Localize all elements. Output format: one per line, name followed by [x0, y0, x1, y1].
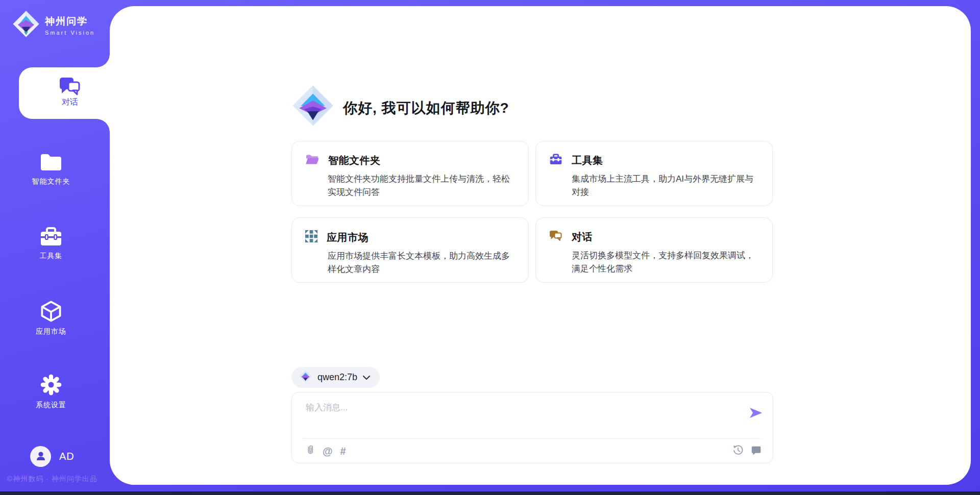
sidebar-item-smart-folder[interactable]: 智能文件夹: [0, 152, 102, 186]
sidebar-item-settings[interactable]: 系统设置: [0, 374, 102, 410]
copyright-text: ©神州数码 · 神州问学出品: [7, 475, 97, 484]
card-description: 智能文件夹功能支持批量文件上传与清洗，轻松实现文件问答: [328, 172, 514, 199]
brand-diamond-logo-icon: [12, 10, 40, 40]
user-name: AD: [59, 451, 75, 462]
card-toolset[interactable]: 工具集 集成市场上主流工具，助力AI与外界无缝扩展与对接: [535, 141, 773, 206]
avatar: [30, 446, 51, 467]
sidebar-item-app-market[interactable]: 应用市场: [0, 300, 102, 336]
comment-icon[interactable]: [751, 445, 762, 458]
brand-name: 神州问学: [45, 15, 95, 28]
card-title: 智能文件夹: [328, 154, 381, 167]
card-description: 集成市场上主流工具，助力AI与外界无缝扩展与对接: [572, 172, 758, 199]
toolbox-icon: [549, 154, 562, 167]
card-smart-folder[interactable]: 智能文件夹 智能文件夹功能支持批量文件上传与清洗，轻松实现文件问答: [291, 141, 529, 206]
sidebar-item-chat[interactable]: 对话: [19, 67, 110, 119]
sidebar-item-label: 应用市场: [0, 327, 102, 336]
greeting-title: 你好, 我可以如何帮助你?: [343, 98, 509, 118]
chevron-down-icon: [362, 373, 371, 382]
sidebar-item-label: 智能文件夹: [0, 177, 102, 186]
cube-icon: [0, 300, 102, 323]
message-input[interactable]: [306, 400, 724, 415]
chat-bubbles-icon: [19, 77, 121, 97]
card-chat[interactable]: 对话 灵活切换多模型文件，支持多样回复效果调试，满足个性化需求: [535, 217, 773, 283]
card-description: 应用市场提供丰富长文本模板，助力高效生成多样化文章内容: [328, 250, 514, 276]
person-icon: [35, 450, 47, 464]
card-description: 灵活切换多模型文件，支持多样回复效果调试，满足个性化需求: [572, 249, 758, 276]
sidebar-item-label: 工具集: [0, 252, 102, 261]
sidebar-item-toolset[interactable]: 工具集: [0, 227, 102, 261]
model-selector[interactable]: qwen2:7b: [291, 367, 380, 388]
card-title: 应用市场: [327, 231, 369, 244]
message-composer: @ #: [291, 392, 773, 463]
card-title: 对话: [572, 230, 593, 244]
sidebar-item-label: 系统设置: [0, 401, 102, 410]
card-title: 工具集: [572, 154, 603, 167]
feature-cards: 智能文件夹 智能文件夹功能支持批量文件上传与清洗，轻松实现文件问答 工具集 集成…: [291, 141, 773, 283]
hash-icon[interactable]: #: [340, 445, 346, 457]
at-icon[interactable]: @: [323, 445, 333, 457]
folder-icon: [0, 152, 102, 172]
diamond-logo-icon: [299, 369, 312, 385]
model-name: qwen2:7b: [317, 372, 357, 383]
send-icon[interactable]: [749, 407, 763, 421]
sidebar-item-label: 对话: [19, 97, 121, 108]
brand: 神州问学 Smart Vision: [12, 10, 95, 40]
gear-icon: [0, 374, 102, 396]
paperclip-icon[interactable]: [305, 444, 315, 458]
card-app-market[interactable]: 应用市场 应用市场提供丰富长文本模板，助力高效生成多样化文章内容: [291, 217, 529, 283]
window-bottom-edge: [0, 491, 980, 495]
user-profile[interactable]: AD: [30, 446, 75, 467]
app-grid-icon: [305, 230, 317, 244]
toolbox-icon: [0, 227, 102, 247]
composer-divider: [303, 438, 762, 439]
open-folder-icon: [305, 154, 319, 167]
sidebar: 神州问学 Smart Vision 对话: [0, 0, 110, 495]
history-icon[interactable]: [732, 444, 744, 458]
brand-subtitle: Smart Vision: [45, 30, 95, 36]
greeting-diamond-logo-icon: [291, 84, 334, 129]
chat-bubbles-icon: [549, 230, 562, 244]
main-panel: 你好, 我可以如何帮助你? 智能文件夹 智能文件夹功能支持批量文件上传与清洗，轻…: [110, 6, 971, 485]
